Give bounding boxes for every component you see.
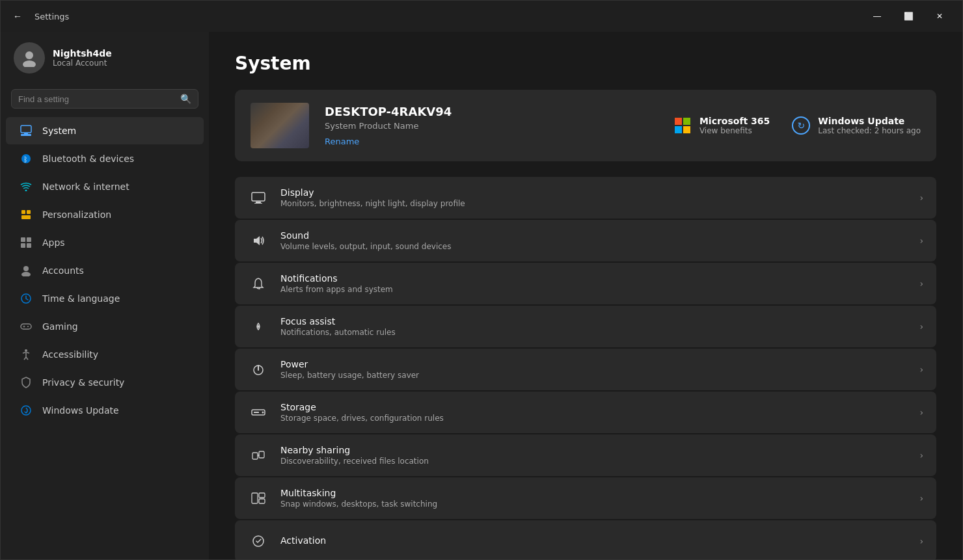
- settings-item-nearby[interactable]: Nearby sharing Discoverability, received…: [235, 434, 936, 476]
- ms365-subtitle[interactable]: View benefits: [699, 126, 770, 135]
- sidebar-item-system[interactable]: System: [6, 117, 204, 144]
- display-text: Display Monitors, brightness, night ligh…: [280, 187, 908, 208]
- settings-item-notifications[interactable]: Notifications Alerts from apps and syste…: [235, 263, 936, 304]
- sidebar-label-apps: Apps: [42, 237, 65, 248]
- settings-item-multitasking[interactable]: Multitasking Snap windows, desktops, tas…: [235, 477, 936, 519]
- close-button[interactable]: ✕: [925, 6, 955, 27]
- settings-item-activation[interactable]: Activation ›: [235, 520, 936, 559]
- settings-item-power[interactable]: Power Sleep, battery usage, battery save…: [235, 349, 936, 390]
- sidebar-item-apps[interactable]: Apps: [6, 229, 204, 256]
- nav-list: System ᛒ Bluetooth & devices: [1, 116, 209, 425]
- time-icon: [19, 291, 33, 306]
- power-icon: [248, 359, 269, 380]
- storage-label: Storage: [280, 402, 908, 412]
- system-info-card: DESKTOP-4RAKV94 System Product Name Rena…: [235, 90, 936, 161]
- svg-point-1: [23, 60, 36, 67]
- svg-point-16: [21, 272, 31, 276]
- focus-text: Focus assist Notifications, automatic ru…: [280, 316, 908, 337]
- user-info: Nightsh4de Local Account: [53, 48, 112, 68]
- nearby-label: Nearby sharing: [280, 445, 908, 455]
- svg-rect-3: [21, 134, 31, 136]
- sidebar-item-time[interactable]: Time & language: [6, 285, 204, 312]
- storage-chevron: ›: [919, 407, 923, 418]
- accounts-icon: [19, 263, 33, 278]
- maximize-button[interactable]: ⬜: [893, 6, 923, 27]
- nearby-text: Nearby sharing Discoverability, received…: [280, 445, 908, 466]
- sidebar-label-update: Windows Update: [42, 405, 119, 416]
- settings-item-focus[interactable]: Focus assist Notifications, automatic ru…: [235, 306, 936, 347]
- sidebar-label-accessibility: Accessibility: [42, 349, 98, 360]
- sidebar-label-bluetooth: Bluetooth & devices: [42, 153, 134, 164]
- display-icon: [248, 187, 269, 208]
- sidebar-item-accounts[interactable]: Accounts: [6, 257, 204, 284]
- svg-rect-22: [252, 193, 265, 201]
- sidebar-item-network[interactable]: Network & internet: [6, 173, 204, 200]
- rename-link[interactable]: Rename: [325, 137, 359, 146]
- svg-rect-14: [27, 243, 31, 248]
- settings-item-display[interactable]: Display Monitors, brightness, night ligh…: [235, 177, 936, 219]
- focus-icon: [248, 316, 269, 337]
- sidebar-item-privacy[interactable]: Privacy & security: [6, 369, 204, 396]
- svg-point-15: [23, 266, 29, 271]
- power-desc: Sleep, battery usage, battery saver: [280, 371, 908, 380]
- svg-rect-8: [21, 215, 31, 219]
- personalization-icon: [19, 207, 33, 222]
- sidebar-label-accounts: Accounts: [42, 265, 84, 276]
- focus-label: Focus assist: [280, 316, 908, 327]
- svg-rect-34: [259, 499, 265, 503]
- multitasking-text: Multitasking Snap windows, desktops, tas…: [280, 488, 908, 509]
- nearby-icon: [248, 445, 269, 466]
- settings-item-storage[interactable]: Storage Storage space, drives, configura…: [235, 392, 936, 433]
- power-chevron: ›: [919, 364, 923, 375]
- svg-rect-24: [254, 203, 262, 204]
- svg-point-29: [262, 412, 264, 414]
- titlebar-title: Settings: [34, 12, 69, 21]
- search-input[interactable]: [18, 94, 175, 104]
- bluetooth-icon: ᛒ: [19, 152, 33, 166]
- svg-rect-9: [21, 210, 25, 214]
- back-button[interactable]: ←: [8, 7, 27, 25]
- sidebar-item-personalization[interactable]: Personalization: [6, 201, 204, 228]
- svg-point-7: [25, 190, 27, 192]
- winupdate-icon: ↻: [791, 115, 811, 136]
- sound-chevron: ›: [919, 235, 923, 246]
- system-icon: [19, 124, 33, 138]
- notifications-text: Notifications Alerts from apps and syste…: [280, 273, 908, 294]
- storage-text: Storage Storage space, drives, configura…: [280, 402, 908, 423]
- system-image: [251, 103, 309, 148]
- svg-point-25: [257, 325, 260, 328]
- settings-item-sound[interactable]: Sound Volume levels, output, input, soun…: [235, 220, 936, 261]
- winupdate-subtitle: Last checked: 2 hours ago: [818, 126, 921, 135]
- svg-rect-33: [259, 493, 265, 498]
- sidebar-item-update[interactable]: Windows Update: [6, 397, 204, 424]
- sidebar-item-bluetooth[interactable]: ᛒ Bluetooth & devices: [6, 145, 204, 172]
- sidebar-label-time: Time & language: [42, 293, 120, 304]
- power-text: Power Sleep, battery usage, battery save…: [280, 359, 908, 380]
- ms365-widget: Microsoft 365 View benefits: [672, 115, 770, 136]
- sidebar-item-gaming[interactable]: Gaming: [6, 313, 204, 340]
- svg-rect-2: [21, 126, 31, 133]
- sidebar-item-accessibility[interactable]: Accessibility: [6, 341, 204, 368]
- display-chevron: ›: [919, 193, 923, 203]
- update-icon: [19, 403, 33, 418]
- notifications-label: Notifications: [280, 273, 908, 284]
- computer-name: DESKTOP-4RAKV94: [325, 105, 657, 118]
- search-box[interactable]: 🔍: [11, 89, 198, 109]
- network-icon: [19, 180, 33, 194]
- window-controls: — ⬜ ✕: [862, 6, 955, 27]
- multitasking-desc: Snap windows, desktops, task switching: [280, 500, 908, 509]
- activation-chevron: ›: [919, 536, 923, 546]
- notifications-icon: [248, 273, 269, 294]
- svg-rect-11: [21, 237, 25, 242]
- minimize-button[interactable]: —: [862, 6, 892, 27]
- user-type: Local Account: [53, 59, 112, 68]
- activation-icon: [248, 531, 269, 552]
- titlebar-left: ← Settings: [8, 7, 69, 25]
- svg-point-0: [25, 51, 33, 59]
- ms365-title: Microsoft 365: [699, 116, 770, 126]
- sound-icon: [248, 230, 269, 251]
- svg-rect-10: [27, 210, 31, 214]
- gaming-icon: [19, 319, 33, 334]
- sidebar-label-privacy: Privacy & security: [42, 377, 124, 388]
- display-label: Display: [280, 187, 908, 198]
